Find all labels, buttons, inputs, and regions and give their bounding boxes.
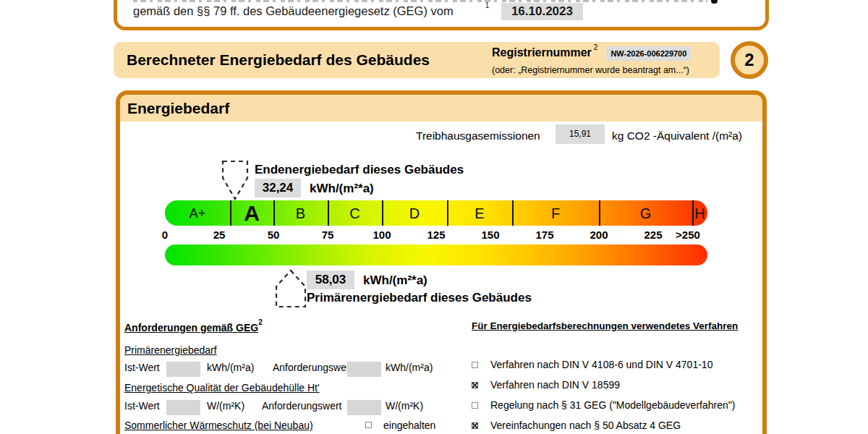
class-divider <box>230 200 231 226</box>
ist-unit: W/(m²K) <box>207 400 244 412</box>
dashed-arrow-down-icon <box>218 159 252 201</box>
requirements-heading-text: Anforderungen gemäß GEG <box>124 322 258 333</box>
ist-wert-envelope-field[interactable] <box>166 400 200 415</box>
ist-wert-label: Ist-Wert <box>124 400 160 412</box>
primary-energy-label: Primärenergiebedarf dieses Gebäudes <box>307 291 532 305</box>
requirements-heading: Anforderungen gemäß GEG2 <box>124 320 263 333</box>
end-energy-unit: kWh/(m²*a) <box>310 182 374 196</box>
footnote-2b: 2 <box>258 318 263 326</box>
clipped-text-remnant <box>133 0 707 2</box>
method-label: Verfahren nach DIN V 18599 <box>490 379 620 391</box>
page-number-badge: 2 <box>731 41 768 79</box>
class-divider <box>328 200 329 226</box>
method-item: Verfahren nach DIN V 18599 <box>472 379 620 391</box>
end-energy-marker <box>218 159 252 201</box>
ist-unit: kWh/(m²a) <box>207 362 254 373</box>
registration-alt-text: (oder: „Registriernummer wurde beantragt… <box>492 65 716 75</box>
efficiency-class-band: A+ABCDEFGH <box>165 200 707 226</box>
class-label-g: G <box>640 205 652 221</box>
method-checkbox[interactable] <box>472 422 478 429</box>
primary-energy-unit: kWh/(m²*a) <box>363 273 427 288</box>
energiebedarf-section-title: Energiebedarf <box>120 95 762 122</box>
method-checkbox[interactable] <box>472 402 478 409</box>
ist-wert-label: Ist-Wert <box>124 362 160 373</box>
ghg-label: Treibhausgasemissionen <box>416 129 540 142</box>
class-label-d: D <box>409 205 420 221</box>
method-label: Verfahren nach DIN V 4108-6 und DIN V 47… <box>490 359 712 370</box>
method-item: Verfahren nach DIN V 4108-6 und DIN V 47… <box>472 359 712 370</box>
anforderungswert-label: Anforderungswert <box>262 400 342 412</box>
requirement-row-envelope: Ist-Wert W/(m²K) Anforderungswert W/(m²K… <box>124 399 443 414</box>
summer-heat-title: Sommerlicher Wärmeschutz (bei Neubau) <box>124 420 313 431</box>
footnote-2: 2 <box>594 43 598 51</box>
anforderungswert-envelope-field[interactable] <box>347 400 381 415</box>
class-divider <box>512 200 514 226</box>
class-label-b: B <box>296 205 305 221</box>
scale-tick: 175 <box>535 229 553 241</box>
anf-unit: kWh/(m²a) <box>386 362 433 373</box>
requirement-title-envelope: Energetische Qualität der Gebäudehülle H… <box>124 382 320 393</box>
primary-energy-band <box>165 244 707 265</box>
requirement-row-primary: Ist-Wert kWh/(m²a) Anforderungswert kWh/… <box>124 360 443 376</box>
method-item: Vereinfachungen nach § 50 Absatz 4 GEG <box>472 420 681 431</box>
ghg-unit: kg CO2 -Äquivalent /(m²a) <box>612 129 742 142</box>
end-energy-label: Endenergiebedarf dieses Gebäudes <box>255 163 464 177</box>
scale-tick: 150 <box>481 229 499 241</box>
registration-line: Registriernummer2NW-2026-006229700 <box>492 46 716 61</box>
footnote-1: 1 <box>485 1 490 9</box>
anforderungswert-label: Anforderungswert <box>273 362 353 373</box>
scale-tick: 25 <box>213 229 226 241</box>
summer-heat-row: Sommerlicher Wärmeschutz (bei Neubau) ei… <box>124 420 464 431</box>
class-divider <box>692 200 694 226</box>
primary-energy-value-field[interactable]: 58,03 <box>307 271 354 289</box>
methods-heading: Für Energiebedarfsberechnungen verwendet… <box>472 320 738 331</box>
class-divider <box>447 200 448 226</box>
scale-tick: 225 <box>644 229 662 241</box>
anforderungswert-primary-field[interactable] <box>347 362 381 377</box>
class-label-h: H <box>694 205 705 221</box>
end-energy-value-field[interactable]: 32,24 <box>255 179 301 197</box>
banner-title: Berechneter Energiebedarf des Gebäudes <box>127 42 430 78</box>
primary-energy-marker <box>274 268 307 309</box>
class-divider <box>599 200 600 226</box>
class-label-a: A <box>244 201 260 226</box>
class-label-c: C <box>349 205 359 221</box>
scale-tick: 100 <box>373 229 391 241</box>
geg-law-text: gemäß den §§ 79 ff. des Gebäudeenergiege… <box>133 4 454 17</box>
certificate-header-box: gemäß den §§ 79 ff. des Gebäudeenergiege… <box>114 0 769 30</box>
scale-tick: 0 <box>162 229 168 241</box>
anf-unit: W/(m²K) <box>386 400 423 412</box>
ghg-value-field[interactable]: 15,91 <box>556 124 605 144</box>
registration-label: Registriernummer <box>492 46 592 59</box>
method-checkbox[interactable] <box>472 362 478 368</box>
scale-tick: 50 <box>268 229 280 241</box>
checkbox-eingehalten[interactable] <box>365 422 372 428</box>
class-divider <box>382 200 383 226</box>
method-item: Regelung nach § 31 GEG ("Modellgebäudeve… <box>472 399 735 411</box>
scale-tick: >250 <box>676 229 700 241</box>
registration-block: Registriernummer2NW-2026-006229700 (oder… <box>492 46 716 75</box>
method-checkbox[interactable] <box>472 382 478 388</box>
clipped-letter-remnant <box>711 0 718 4</box>
section-banner: Berechneter Energiebedarf des Gebäudes R… <box>114 42 720 78</box>
class-label-f: F <box>551 205 560 221</box>
energy-certificate-page: gemäß den §§ 79 ff. des Gebäudeenergiege… <box>0 0 868 434</box>
class-label-a+: A+ <box>190 205 206 221</box>
method-label: Regelung nach § 31 GEG ("Modellgebäudeve… <box>490 399 735 411</box>
geg-date-field[interactable]: 16.10.2023 <box>501 3 583 20</box>
eingehalten-label: eingehalten <box>383 420 435 431</box>
dashed-house-up-icon <box>274 268 307 309</box>
class-label-e: E <box>475 205 484 221</box>
ist-wert-primary-field[interactable] <box>166 362 200 377</box>
requirement-title-primary: Primärenergiebedarf <box>124 344 217 356</box>
class-divider <box>273 200 275 226</box>
scale-tick: 200 <box>590 229 608 241</box>
scale-tick: 75 <box>322 229 334 241</box>
scale-tick-row: 0255075100125150175200225>250 <box>165 229 715 243</box>
geg-law-row: gemäß den §§ 79 ff. des Gebäudeenergiege… <box>133 3 583 20</box>
method-label: Vereinfachungen nach § 50 Absatz 4 GEG <box>490 420 681 431</box>
registration-number-field[interactable]: NW-2026-006229700 <box>606 46 691 61</box>
scale-tick: 125 <box>427 229 445 241</box>
